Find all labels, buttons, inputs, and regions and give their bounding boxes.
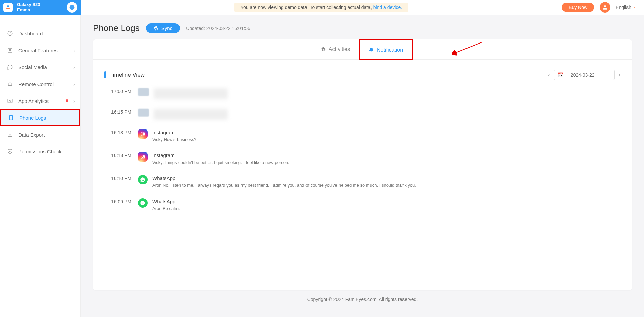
timeline-item[interactable]: 17:00 PM xyxy=(108,88,620,99)
svg-point-12 xyxy=(142,156,143,158)
sidebar-item-label: Phone Logs xyxy=(19,115,46,121)
chevron-right-icon: › xyxy=(73,81,75,87)
timeline-time: 16:15 PM xyxy=(108,109,131,115)
card: Activities Notification Timeline View ‹ xyxy=(93,39,632,290)
language-label: English xyxy=(616,5,631,10)
shield-icon xyxy=(7,148,13,154)
timeline-item[interactable]: 16:13 PM Instagram Vicky:Things couldn't… xyxy=(108,152,620,166)
date-picker[interactable]: 📅 2024-03-22 xyxy=(554,70,615,80)
timeline-time: 17:00 PM xyxy=(108,88,131,94)
page-header: Phone Logs Sync Updated: 2024-03-22 15:0… xyxy=(93,23,632,33)
timeline-title: Timeline View xyxy=(104,71,145,78)
buy-now-button[interactable]: Buy Now xyxy=(562,3,594,12)
demo-banner-wrap: You are now viewing demo data. To start … xyxy=(81,3,562,12)
instagram-icon xyxy=(138,129,148,139)
timeline-time: 16:10 PM xyxy=(108,175,131,181)
tab-notification[interactable]: Notification xyxy=(359,39,413,60)
sidebar-item-dashboard[interactable]: Dashboard xyxy=(0,25,80,42)
sidebar-item-general-features[interactable]: General Features › xyxy=(0,42,80,59)
timeline-item[interactable]: 16:13 PM Instagram Vicky:How's business? xyxy=(108,129,620,143)
sidebar-item-remote-control[interactable]: Remote Control › xyxy=(0,76,80,92)
new-badge xyxy=(66,99,68,102)
last-updated: Updated: 2024-03-22 15:01:56 xyxy=(186,26,250,31)
timeline-item[interactable]: 16:15 PM xyxy=(108,109,620,120)
next-day-button[interactable]: › xyxy=(619,72,620,78)
chevron-right-icon: › xyxy=(73,48,75,53)
timeline-app-name: WhatsApp xyxy=(152,199,620,204)
sidebar-item-permissions-check[interactable]: Permissions Check xyxy=(0,143,80,160)
sidebar-item-data-export[interactable]: Data Export xyxy=(0,126,80,143)
gauge-icon xyxy=(7,30,13,36)
header-right: Buy Now English xyxy=(562,2,644,13)
sidebar: Dashboard General Features › Social Medi… xyxy=(0,15,81,317)
language-selector[interactable]: English xyxy=(616,5,636,10)
main-content: Phone Logs Sync Updated: 2024-03-22 15:0… xyxy=(81,15,644,317)
timeline-content-blurred xyxy=(154,109,228,120)
svg-point-1 xyxy=(604,5,606,7)
sidebar-item-app-analytics[interactable]: App Analytics › xyxy=(0,92,80,109)
device-swap-icon[interactable] xyxy=(67,2,77,13)
timeline-time: 16:13 PM xyxy=(108,152,131,158)
timeline-content-blurred xyxy=(154,88,228,99)
sync-button[interactable]: Sync xyxy=(146,23,180,33)
svg-point-6 xyxy=(11,119,11,120)
timeline-app-name: WhatsApp xyxy=(152,175,620,181)
user-avatar[interactable] xyxy=(600,2,610,13)
instagram-icon xyxy=(138,152,148,162)
timeline-message: Aron:Be calm. xyxy=(152,206,620,212)
chevron-right-icon: › xyxy=(73,64,75,70)
bell-icon xyxy=(368,47,374,53)
chat-icon xyxy=(7,64,13,70)
remote-icon xyxy=(7,81,13,87)
timeline-app-name: Instagram xyxy=(152,152,620,158)
app-icon-blurred xyxy=(138,109,149,117)
tabs: Activities Notification xyxy=(93,39,632,60)
chevron-down-icon xyxy=(633,6,636,9)
tab-content: Timeline View ‹ 📅 2024-03-22 › 17:00 PM xyxy=(93,60,632,290)
device-selector[interactable]: Galaxy S23 Emma xyxy=(0,0,81,15)
tab-label: Notification xyxy=(377,47,403,53)
sync-label: Sync xyxy=(161,25,172,31)
sidebar-item-label: Dashboard xyxy=(18,31,43,36)
sidebar-item-phone-logs[interactable]: Phone Logs xyxy=(0,109,80,126)
svg-line-7 xyxy=(455,42,482,53)
timeline: 17:00 PM 16:15 PM 16:13 PM Instagram xyxy=(108,88,620,212)
prev-day-button[interactable]: ‹ xyxy=(548,72,550,78)
phone-log-icon xyxy=(8,115,14,121)
device-info: Galaxy S23 Emma xyxy=(17,2,67,12)
annotation-arrow xyxy=(452,42,485,56)
footer: Copyright © 2024 FamiEyes.com. All right… xyxy=(93,290,632,309)
bind-device-link[interactable]: bind a device. xyxy=(373,5,402,10)
svg-point-13 xyxy=(144,155,144,156)
timeline-time: 16:13 PM xyxy=(108,129,131,135)
export-icon xyxy=(7,132,13,138)
sidebar-item-label: Permissions Check xyxy=(18,149,61,154)
sidebar-item-social-media[interactable]: Social Media › xyxy=(0,59,80,76)
app-icon-blurred xyxy=(138,88,149,96)
sidebar-item-label: App Analytics xyxy=(18,98,49,104)
timeline-item[interactable]: 16:09 PM WhatsApp Aron:Be calm. xyxy=(108,198,620,212)
chevron-right-icon: › xyxy=(73,98,75,104)
svg-point-10 xyxy=(144,133,144,133)
top-header: Galaxy S23 Emma You are now viewing demo… xyxy=(0,0,644,15)
date-navigation: ‹ 📅 2024-03-22 › xyxy=(548,70,620,80)
list-icon xyxy=(7,47,13,53)
banner-text: You are now viewing demo data. To start … xyxy=(240,5,373,10)
tab-activities[interactable]: Activities xyxy=(312,39,359,59)
timeline-header: Timeline View ‹ 📅 2024-03-22 › xyxy=(104,70,620,80)
sidebar-item-label: Remote Control xyxy=(18,81,54,87)
refresh-icon xyxy=(153,26,159,31)
tab-label: Activities xyxy=(329,46,350,52)
whatsapp-icon xyxy=(138,175,148,184)
whatsapp-icon xyxy=(138,198,148,208)
demo-banner: You are now viewing demo data. To start … xyxy=(234,3,408,12)
timeline-app-name: Instagram xyxy=(152,129,620,135)
analytics-icon xyxy=(7,98,13,104)
timeline-message: Vicky:How's business? xyxy=(152,137,620,143)
svg-point-0 xyxy=(7,5,9,7)
timeline-message: Aron:No, listen to me. I always regard y… xyxy=(152,182,620,189)
timeline-item[interactable]: 16:10 PM WhatsApp Aron:No, listen to me.… xyxy=(108,175,620,189)
page-title: Phone Logs xyxy=(93,23,140,33)
app-logo xyxy=(3,3,13,12)
date-value: 2024-03-22 xyxy=(571,72,595,78)
